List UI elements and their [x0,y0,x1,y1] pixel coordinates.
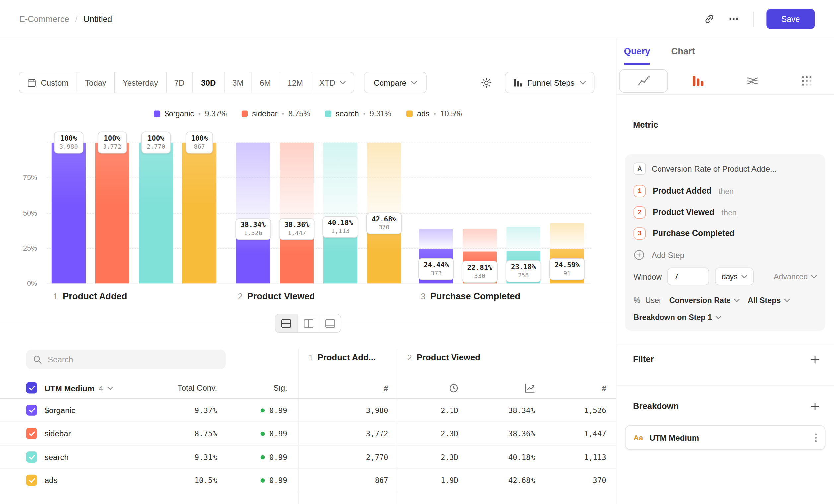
step1-count-cell: 3,980 [366,398,389,422]
retention-tab[interactable] [780,67,834,94]
funnel-bar[interactable] [52,143,86,283]
metric-step[interactable]: 3Purchase Completed [634,223,817,244]
step-number: 2 [238,292,242,301]
save-button[interactable]: Save [766,9,815,28]
date-range-12m[interactable]: 12M [279,72,311,93]
bar-value-label: 38.36%1,447 [279,219,314,240]
sig-column-header[interactable]: Sig. [273,377,287,398]
table-row[interactable]: ads10.5%0.998671.9D42.68%370 [0,469,616,492]
legend-series-rate: 9.37% [205,109,226,118]
split-vertical-view-button[interactable] [297,314,319,333]
tab-query[interactable]: Query [624,38,650,65]
breadcrumb-parent[interactable]: E-Commerce [19,14,69,24]
row-checkbox[interactable] [26,475,38,486]
step-name: Purchase Completed [430,292,520,302]
copy-link-button[interactable] [700,9,719,28]
breakdown-item[interactable]: AaUTM Medium [625,426,826,450]
funnel-bar[interactable] [95,143,129,283]
window-unit-select[interactable]: days [715,267,753,285]
metric-step[interactable]: 2Product Viewedthen [634,202,817,223]
window-value-input[interactable] [668,267,709,285]
tab-chart[interactable]: Chart [672,38,695,65]
date-range-6m[interactable]: 6M [251,72,279,93]
table-row[interactable]: $organic9.37%0.993,9802.1D38.34%1,526 [0,398,616,422]
legend-item-sidebar[interactable]: sidebar•8.75% [242,109,310,118]
bar-count: 1,447 [284,229,309,237]
split-vertical-icon [303,319,313,327]
total-conv-cell: 9.31% [195,445,217,469]
advanced-options-button[interactable]: Advanced [774,272,817,281]
y-axis-tick: 0% [8,279,38,288]
measure-metric-select[interactable]: Conversion Rate [670,296,740,305]
breakdown-on-step-select[interactable]: Breakdown on Step 1 [634,313,722,322]
topbar-actions: Save [700,9,815,28]
avg-time-icon[interactable] [449,377,459,398]
metric-step[interactable]: 1Product Addedthen [634,180,817,202]
date-range-7d[interactable]: 7D [166,72,193,93]
step2-count-cell: 1,447 [584,422,607,445]
calendar-icon [27,78,36,87]
insights-tab[interactable] [616,67,671,94]
more-options-button[interactable] [724,9,743,28]
topbar-divider [753,11,754,26]
trend-icon[interactable] [525,377,535,398]
section-divider [616,385,834,386]
row-checkbox[interactable] [26,428,38,439]
measure-scope-select[interactable]: All Steps [748,296,790,305]
chart-settings-button[interactable] [476,72,497,93]
date-range-custom[interactable]: Custom [19,72,77,93]
search-input[interactable] [48,355,219,364]
count-icon[interactable]: # [602,377,606,398]
legend-item-search[interactable]: search•9.31% [325,109,392,118]
compare-button[interactable]: Compare [364,72,426,93]
bar-pct: 38.36% [284,221,309,229]
chart-type-select[interactable]: Funnel Steps [505,72,595,93]
date-range-30d[interactable]: 30D [193,72,224,93]
step2-count-cell: 1,526 [584,398,607,422]
funnel-bar[interactable] [182,143,217,283]
select-all-checkbox[interactable] [26,382,38,394]
table-row[interactable]: sidebar8.75%0.993,7722.3D38.36%1,447 [0,422,616,445]
chevron-down-icon [716,316,722,319]
kebab-menu-icon[interactable] [815,433,817,442]
funnel-bar[interactable] [139,143,173,283]
section-divider [616,344,834,345]
date-range-label: Custom [41,78,68,87]
split-horizontal-view-button[interactable] [275,314,297,333]
group-by-select[interactable]: UTM Medium 4 [45,377,113,398]
legend-item-organic[interactable]: $organic•9.37% [154,109,227,118]
table-row[interactable]: search9.31%0.992,7702.3D40.18%1,113 [0,445,616,469]
row-checkbox[interactable] [26,451,38,462]
add-breakdown-button[interactable] [810,402,819,411]
flows-tab[interactable] [725,67,780,94]
row-label: ads [45,469,58,492]
date-range-yesterday[interactable]: Yesterday [114,72,166,93]
conversion-window-row: Window days Advanced [634,267,817,285]
row-label: $organic [45,398,75,422]
funnel-tab[interactable] [671,67,725,94]
date-range-label: Yesterday [123,78,158,87]
total-conv-cell: 9.37% [195,398,217,422]
breadcrumb-current[interactable]: Untitled [83,14,112,24]
metric-title[interactable]: Conversion Rate of Product Adde... [652,164,817,173]
sig-cell: 0.99 [261,398,287,422]
panel-bottom-view-button[interactable] [319,314,341,333]
bar-pct: 38.34% [241,221,266,229]
legend-item-ads[interactable]: ads•10.5% [407,109,462,118]
measure-entity-label[interactable]: User [645,296,661,305]
split-horizontal-icon [281,319,291,327]
funnel-icon [692,75,704,86]
date-range-today[interactable]: Today [76,72,114,93]
date-range-xtd[interactable]: XTD [311,72,354,93]
count-icon[interactable]: # [384,377,388,398]
date-range-label: XTD [320,78,335,87]
add-filter-button[interactable] [810,355,819,364]
date-range-3m[interactable]: 3M [224,72,252,93]
toolbar: CustomTodayYesterday7D30D3M6M12MXTD Comp… [19,72,594,93]
total-conv-column-header[interactable]: Total Conv. [178,377,217,398]
legend-series-rate: 9.31% [370,109,392,118]
chevron-down-icon [742,275,747,278]
add-step-button[interactable]: Add Step [634,244,817,265]
step-group-number: 1 [309,353,313,362]
row-checkbox[interactable] [26,405,38,416]
